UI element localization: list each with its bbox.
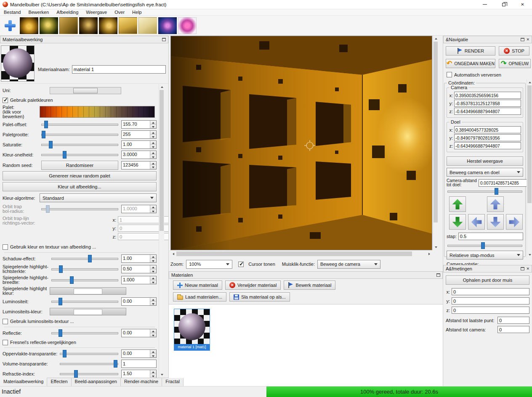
close-icon[interactable]: ✕ <box>526 38 529 42</box>
pick-point-button[interactable]: Ophalen punt door muis <box>446 275 529 285</box>
menu-help[interactable]: Help <box>128 9 146 16</box>
slider-handle[interactable] <box>59 329 62 337</box>
slider-handle[interactable] <box>63 350 66 357</box>
undock-icon[interactable] <box>521 38 524 41</box>
undock-icon[interactable] <box>521 267 524 270</box>
camera-z-input[interactable] <box>454 108 521 115</box>
refraction-slider[interactable] <box>60 370 118 378</box>
use-texture-checkbox[interactable] <box>3 244 8 250</box>
undock-icon[interactable] <box>162 38 166 41</box>
camera-distance-input[interactable] <box>479 179 532 187</box>
spin-down-icon[interactable] <box>150 354 156 358</box>
menu-bewerken[interactable]: Bewerken <box>24 9 53 16</box>
camera-distance-slider[interactable] <box>447 188 522 195</box>
shadow-slider[interactable] <box>51 255 118 262</box>
move-left-button[interactable] <box>468 214 485 230</box>
tab-materiaalbewerking[interactable]: Materiaalbewerking <box>0 378 47 386</box>
viewport-vscrollbar[interactable] <box>433 36 438 250</box>
target-z-input[interactable] <box>454 142 521 149</box>
scroll-thumb[interactable] <box>527 85 532 203</box>
palette-offset-spinbox[interactable]: 155.70 <box>121 120 157 129</box>
auto-refresh-checkbox[interactable] <box>447 72 452 77</box>
delete-material-button[interactable]: ✕Verwijder materiaal <box>225 281 281 290</box>
close-button[interactable]: ✕ <box>513 0 532 9</box>
slider-handle[interactable] <box>63 151 66 159</box>
move-forward-button[interactable] <box>487 196 504 212</box>
add-preset-button[interactable] <box>2 17 19 34</box>
tab-beeld-aanpassingen[interactable]: Beeld-aanpassingen <box>72 378 121 386</box>
scroll-thumb[interactable] <box>160 90 164 231</box>
scroll-down-button[interactable] <box>433 245 439 250</box>
preset-thumbnail-1[interactable] <box>20 17 38 34</box>
slider-handle[interactable] <box>88 255 92 262</box>
fresnel-checkbox[interactable] <box>3 340 8 345</box>
slider-handle[interactable] <box>59 298 62 305</box>
randomize-button[interactable]: Randomiseer <box>41 161 118 170</box>
spin-down-icon[interactable] <box>150 270 156 273</box>
move-backward-button[interactable] <box>487 214 504 230</box>
slider-handle[interactable] <box>114 360 117 368</box>
menu-weergave[interactable]: Weergave <box>82 9 111 16</box>
color-speed-spinbox[interactable]: 3.0000 <box>121 151 157 159</box>
luminosity-spinbox[interactable]: 0.00 <box>121 297 157 306</box>
menu-bestand[interactable]: Bestand <box>0 9 24 16</box>
color-algorithm-combo[interactable]: Standaard <box>40 193 157 202</box>
specular-color-swatch[interactable] <box>50 287 126 295</box>
menu-over[interactable]: Over <box>111 9 128 16</box>
material-panel-scrollbar[interactable] <box>159 84 164 378</box>
move-mode-combo[interactable]: Beweeg camera en doel <box>447 168 523 177</box>
edit-material-button[interactable]: Bewerk materiaal <box>284 281 335 290</box>
spin-down-icon[interactable] <box>150 333 156 337</box>
scroll-down-button[interactable] <box>159 372 165 378</box>
specular-intensity-spinbox[interactable]: 0.50 <box>121 265 157 273</box>
surface-transparency-slider[interactable] <box>60 350 118 357</box>
spin-down-icon[interactable] <box>150 259 156 263</box>
slider-handle[interactable] <box>74 370 78 378</box>
preset-thumbnail-3[interactable] <box>59 17 78 34</box>
spin-up-icon[interactable] <box>150 121 156 125</box>
render-viewport[interactable] <box>170 36 432 250</box>
spin-up-icon[interactable] <box>150 265 156 270</box>
preset-thumbnail-4[interactable] <box>79 17 98 34</box>
refraction-spinbox[interactable]: 1.50 <box>121 370 157 378</box>
menu-afbeelding[interactable]: Afbeelding <box>53 9 82 16</box>
palette-size-spinbox[interactable]: 255 <box>121 130 157 139</box>
reflection-spinbox[interactable]: 0.00 <box>121 329 157 337</box>
scroll-left-button[interactable] <box>170 251 176 257</box>
slider-handle[interactable] <box>481 242 485 249</box>
spin-up-icon[interactable] <box>150 255 156 259</box>
preset-thumbnail-2[interactable] <box>40 17 58 34</box>
spin-up-icon[interactable] <box>150 329 156 333</box>
slider-handle[interactable] <box>46 205 50 213</box>
scroll-down-button[interactable] <box>527 252 532 258</box>
distance-last-point-input[interactable] <box>497 317 529 324</box>
uni-slider-handle[interactable] <box>73 88 98 93</box>
random-seed-spinbox[interactable]: 123456 <box>121 161 157 169</box>
reset-view-button[interactable]: Herstel weergave <box>447 156 523 166</box>
palette-offset-slider[interactable] <box>41 121 118 128</box>
scroll-right-button[interactable] <box>427 251 432 257</box>
slider-handle[interactable] <box>42 131 45 138</box>
tab-fractal[interactable]: Fractal <box>162 378 184 386</box>
save-material-button[interactable]: Sla materiaal op als... <box>229 292 290 302</box>
move-up-green-button[interactable] <box>449 196 466 212</box>
luminosity-texture-checkbox[interactable] <box>3 319 8 324</box>
spin-down-icon[interactable] <box>150 145 156 149</box>
preset-thumbnail-8[interactable] <box>158 17 177 34</box>
spin-up-icon[interactable] <box>150 276 156 281</box>
volume-transparency-slider[interactable] <box>60 360 118 368</box>
navigation-scrollbar[interactable] <box>527 79 532 258</box>
orbit-radius-slider[interactable] <box>41 205 118 213</box>
spin-down-icon[interactable] <box>150 374 156 378</box>
camera-y-input[interactable] <box>454 100 521 107</box>
viewport-hscrollbar[interactable] <box>170 251 432 257</box>
material-list-item[interactable]: material 1 [mat1] <box>174 309 210 351</box>
slider-handle[interactable] <box>495 188 498 195</box>
step-input[interactable] <box>458 233 523 240</box>
stop-button[interactable]: ✕STOP <box>499 46 529 56</box>
minimize-button[interactable] <box>475 0 494 9</box>
material-name-input[interactable] <box>72 65 166 74</box>
close-icon[interactable]: ✕ <box>526 267 529 271</box>
spin-up-icon[interactable] <box>150 298 156 302</box>
saturation-spinbox[interactable]: 1.00 <box>121 140 157 149</box>
